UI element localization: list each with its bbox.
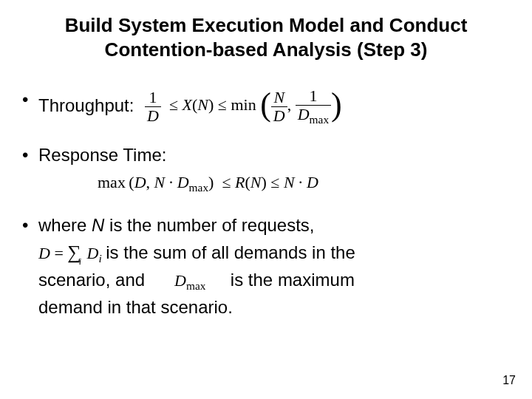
def-part2a: scenario, and [38,270,145,290]
def-part1: is the sum of all demands in the [106,242,355,262]
N-symbol: N [92,215,104,235]
where-text-1: where [38,215,92,235]
where-text-2: is the number of requests, [104,215,314,235]
frac-1-over-D: 1 D [145,89,161,124]
frac-1-over-Dmax: 1 Dmax [296,88,331,126]
definition-last-line: demand in that scenario. [38,296,514,319]
D-equals-sum-Di: D = ∑i Di [38,244,106,262]
response-equation: max (D, N · Dmax) ≤ R(N) ≤ N · D [98,171,514,196]
definition-Dmax-line: scenario, and Dmax is the maximum [38,268,514,294]
Dmax-symbol: Dmax [174,271,205,290]
title-line-2: Contention-based Analysis (Step 3) [105,38,428,61]
response-label: Response Time: [38,145,166,165]
slide-title: Build System Execution Model and Conduct… [18,13,514,61]
page-number: 17 [502,374,516,387]
definition-D: D = ∑i Di is the sum of all demands in t… [38,239,514,267]
title-line-1: Build System Execution Model and Conduct [65,14,468,36]
frac-N-over-D: N D [271,89,287,124]
slide: Build System Execution Model and Conduct… [0,0,532,399]
throughput-label: Throughput: [38,95,134,115]
bullet-response-time: Response Time: max (D, N · Dmax) ≤ R(N) … [18,143,514,197]
bullet-throughput: Throughput: 1 D ≤ X(N) ≤ min ( N D , 1 D… [18,88,514,126]
bullet-definitions: where N is the number of requests, D = ∑… [18,214,514,319]
def-part2b: is the maximum [231,270,355,290]
bullet-list: Throughput: 1 D ≤ X(N) ≤ min ( N D , 1 D… [18,88,514,320]
def-part3: demand in that scenario. [38,297,233,317]
throughput-equation: 1 D ≤ X(N) ≤ min ( N D , 1 Dmax ) [145,88,342,126]
